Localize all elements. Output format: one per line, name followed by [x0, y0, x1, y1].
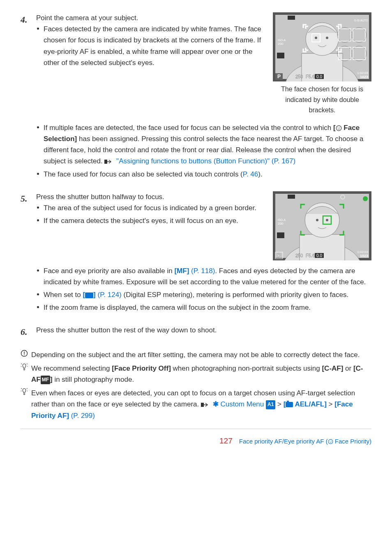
- step-intro: Press the shutter button halfway to focu…: [36, 191, 265, 202]
- svg-text:P: P: [277, 74, 281, 79]
- pointer-icon: [104, 159, 114, 165]
- caution-icon: [21, 349, 29, 360]
- bullet-item: Faces detected by the camera are indicat…: [36, 23, 265, 68]
- bullet-item: If multiple faces are detected, the face…: [36, 122, 371, 167]
- divider: [21, 429, 371, 429]
- footer: 127 Face priority AF/Eye priority AF ( F…: [21, 435, 371, 447]
- note-3: Even when faces or eyes are detected, yo…: [21, 388, 371, 421]
- figure-1: P 250 F5.6 0.0 ISO-A 200 1:02:03 1023 S-…: [273, 12, 371, 116]
- step-number: 5.: [21, 191, 30, 315]
- svg-text:200: 200: [278, 42, 284, 46]
- gear-icon: ✱: [213, 400, 219, 408]
- p46-link[interactable]: P. 46: [243, 170, 258, 178]
- step-4: 4. Point the camera at your subject. Fac…: [21, 12, 371, 181]
- tip-icon: [21, 388, 29, 421]
- bullet-item: The face used for focus can also be sele…: [36, 169, 371, 180]
- step5-bullets-2: Face and eye priority are also available…: [36, 265, 371, 313]
- camera-icon: [286, 402, 293, 407]
- page-number: 127: [219, 435, 233, 447]
- svg-rect-27: [288, 16, 295, 20]
- svg-rect-56: [24, 351, 25, 354]
- step4-bullets-2: If multiple faces are detected, the face…: [36, 122, 371, 180]
- svg-text:250: 250: [295, 253, 303, 258]
- svg-text:P: P: [277, 253, 281, 258]
- bullet-item: The area of the subject used for focus i…: [36, 202, 265, 214]
- svg-text:F5.6: F5.6: [306, 253, 315, 258]
- face-icon: [336, 125, 342, 131]
- svg-point-60: [330, 441, 330, 441]
- mf-link[interactable]: [MF] (P. 118): [174, 267, 215, 275]
- step-intro: Press the shutter button the rest of the…: [36, 325, 371, 336]
- svg-rect-28: [277, 53, 284, 58]
- step4-bullets-1: Faces detected by the camera are indicat…: [36, 23, 265, 68]
- svg-text:200: 200: [278, 222, 284, 225]
- svg-point-38: [316, 219, 318, 221]
- svg-text:0.0: 0.0: [316, 74, 322, 79]
- svg-text:ISO-A: ISO-A: [278, 39, 286, 42]
- step-number: 6.: [21, 325, 30, 339]
- figure-2: P 250 F5.6 0.0 ISO-A 200 1:02:03 1023: [273, 191, 371, 260]
- step-5: 5. Press the shutter button halfway to f…: [21, 191, 371, 315]
- footer-topic-link[interactable]: Face priority AF/Eye priority AF ( Face …: [239, 436, 371, 446]
- a1-badge: A1: [266, 400, 275, 409]
- tip-icon: [21, 363, 29, 385]
- svg-text:1023: 1023: [360, 75, 368, 79]
- metering-link[interactable]: [] (P. 124): [83, 291, 121, 299]
- svg-point-51: [363, 196, 368, 201]
- note-1: Depending on the subject and the art fil…: [21, 349, 371, 360]
- svg-text:0.0: 0.0: [316, 253, 322, 258]
- svg-point-15: [326, 37, 328, 39]
- svg-text:1023: 1023: [360, 254, 368, 258]
- ael-afl-link[interactable]: [ AEL/AFL]: [284, 400, 327, 408]
- svg-point-14: [315, 37, 317, 39]
- svg-point-31: [339, 127, 340, 128]
- notes: Depending on the subject and the art fil…: [21, 349, 371, 421]
- step-6: 6. Press the shutter button the rest of …: [21, 325, 371, 339]
- svg-point-30: [337, 127, 338, 128]
- svg-point-57: [24, 354, 25, 355]
- camera-display-2: P 250 F5.6 0.0 ISO-A 200 1:02:03 1023: [273, 191, 371, 260]
- camera-display-1: P 250 F5.6 0.0 ISO-A 200 1:02:03 1023 S-…: [273, 12, 371, 81]
- step-intro: Point the camera at your subject.: [36, 12, 265, 23]
- svg-rect-54: [277, 232, 284, 238]
- step5-bullets-1: The area of the subject used for focus i…: [36, 202, 265, 226]
- bullet-item: If the camera detects the subject's eyes…: [36, 215, 265, 226]
- svg-text:1:02:03: 1:02:03: [357, 250, 368, 254]
- note-2: We recommend selecting [Face Priority Of…: [21, 363, 371, 385]
- step-number: 4.: [21, 12, 30, 181]
- custom-menu-link[interactable]: ✱ Custom Menu A1: [213, 400, 276, 408]
- svg-text:250: 250: [295, 74, 303, 79]
- face-icon: [328, 439, 333, 444]
- svg-point-29: [336, 125, 341, 131]
- svg-rect-53: [288, 195, 295, 199]
- svg-rect-58: [201, 403, 204, 407]
- bullet-item: When set to [] (P. 124) (Digital ESP met…: [36, 289, 371, 300]
- figure-1-caption: The face chosen for focus is indicated b…: [273, 84, 371, 116]
- svg-text:F5.6: F5.6: [306, 74, 315, 79]
- svg-point-61: [331, 441, 331, 441]
- bullet-item: If the zoom frame is displayed, the came…: [36, 302, 371, 313]
- svg-text:ISO-A: ISO-A: [278, 218, 286, 221]
- bullet-item: Face and eye priority are also available…: [36, 265, 371, 288]
- svg-point-59: [328, 439, 333, 444]
- assigning-functions-link[interactable]: "Assigning functions to buttons (Button …: [116, 157, 295, 165]
- svg-text:S-IS AUTO: S-IS AUTO: [354, 19, 369, 22]
- pointer-icon: [201, 402, 211, 408]
- svg-rect-32: [104, 160, 107, 164]
- esp-metering-icon: [85, 292, 93, 298]
- svg-point-39: [326, 219, 328, 221]
- mf-badge: MF: [41, 376, 50, 384]
- svg-text:1:02:03: 1:02:03: [357, 71, 368, 75]
